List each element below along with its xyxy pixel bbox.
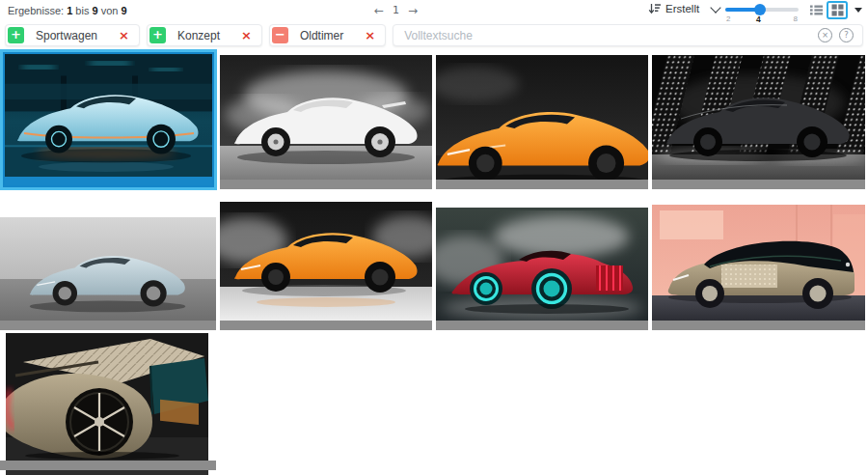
asset-tile[interactable] xyxy=(436,208,648,330)
next-page-button[interactable]: → xyxy=(408,5,418,16)
filter-chip-label: Sportwagen xyxy=(24,29,111,42)
sort-field-label: Erstellt xyxy=(665,3,699,14)
clear-search-icon[interactable]: × xyxy=(818,28,832,42)
caption-strip-selected xyxy=(5,177,212,185)
chevron-down-icon xyxy=(710,2,720,13)
results-count: Ergebnisse: 1 bis 9 von 9 xyxy=(8,5,127,16)
results-bis: bis xyxy=(75,5,89,16)
asset-tile[interactable] xyxy=(220,55,432,189)
thumbnail-image xyxy=(220,55,432,180)
include-filter-button[interactable]: + xyxy=(8,27,24,43)
search-input[interactable] xyxy=(402,28,818,43)
grid-view-icon xyxy=(831,4,844,16)
caption-strip xyxy=(436,321,648,330)
remove-filter-button[interactable]: × xyxy=(357,28,383,42)
asset-tile[interactable] xyxy=(652,55,865,189)
asset-tile[interactable] xyxy=(436,55,648,189)
slider-min-label: 2 xyxy=(726,14,730,23)
list-view-icon xyxy=(809,4,824,16)
exclude-filter-button[interactable]: − xyxy=(272,27,288,43)
asset-search-app: Ergebnisse: 1 bis 9 von 9 ← 1 → Erstellt xyxy=(0,0,868,475)
asset-tile[interactable] xyxy=(0,217,216,330)
slider-current-label: 4 xyxy=(756,14,761,24)
thumbnail-size-slider: 2 4 8 xyxy=(725,5,799,20)
results-total: 9 xyxy=(121,5,126,16)
help-icon[interactable]: ? xyxy=(839,28,854,42)
remove-filter-button[interactable]: × xyxy=(111,28,137,42)
remove-filter-button[interactable]: × xyxy=(233,28,259,42)
asset-tile[interactable] xyxy=(220,202,432,330)
sort-descending-icon xyxy=(648,3,661,14)
view-toggles xyxy=(805,1,848,19)
caption-strip xyxy=(220,321,432,330)
filter-chip-label: Oldtimer xyxy=(288,29,357,42)
asset-tile[interactable] xyxy=(0,333,216,475)
caption-strip xyxy=(0,321,216,330)
tile-footer-shadow xyxy=(6,470,208,475)
pagination: ← 1 → xyxy=(374,4,418,16)
fulltext-search-field: × ? xyxy=(393,24,863,46)
caption-strip xyxy=(0,461,216,470)
caption-strip xyxy=(220,180,432,189)
caption-strip xyxy=(436,180,648,189)
sort-control[interactable]: Erstellt xyxy=(648,3,719,14)
slider-max-label: 8 xyxy=(794,14,798,23)
asset-tile[interactable] xyxy=(0,49,217,190)
list-view-button[interactable] xyxy=(805,1,827,19)
filter-chip-label: Konzept xyxy=(166,29,233,42)
thumbnail-image xyxy=(652,55,865,180)
filter-chip-sportwagen: + Sportwagen × xyxy=(5,24,140,46)
view-options-menu-button[interactable] xyxy=(853,4,864,15)
current-page: 1 xyxy=(393,4,399,16)
thumbnail-image xyxy=(436,208,648,321)
prev-page-button[interactable]: ← xyxy=(374,5,384,16)
thumbnail-image xyxy=(5,54,212,177)
results-label: Ergebnisse: xyxy=(8,5,64,16)
filter-chip-konzept: + Konzept × xyxy=(147,24,262,46)
caption-strip xyxy=(652,180,865,189)
caption-strip xyxy=(652,321,865,330)
thumbnail-image xyxy=(652,205,865,321)
filter-bar: + Sportwagen × + Konzept × − Oldtimer × … xyxy=(5,24,863,46)
top-toolbar: Ergebnisse: 1 bis 9 von 9 ← 1 → Erstellt xyxy=(0,0,868,21)
results-to: 9 xyxy=(92,5,97,16)
thumbnail-image xyxy=(6,333,208,461)
filter-chip-oldtimer: − Oldtimer × xyxy=(269,24,386,46)
thumbnail-image xyxy=(0,217,216,321)
thumbnail-image xyxy=(220,202,432,321)
thumbnail-image xyxy=(436,55,648,180)
selection-border xyxy=(3,52,214,187)
include-filter-button[interactable]: + xyxy=(149,27,166,43)
results-von: von xyxy=(101,5,119,16)
results-from: 1 xyxy=(67,5,72,16)
caret-down-icon xyxy=(854,8,862,13)
grid-view-button[interactable] xyxy=(827,1,848,19)
asset-tile[interactable] xyxy=(652,205,865,330)
